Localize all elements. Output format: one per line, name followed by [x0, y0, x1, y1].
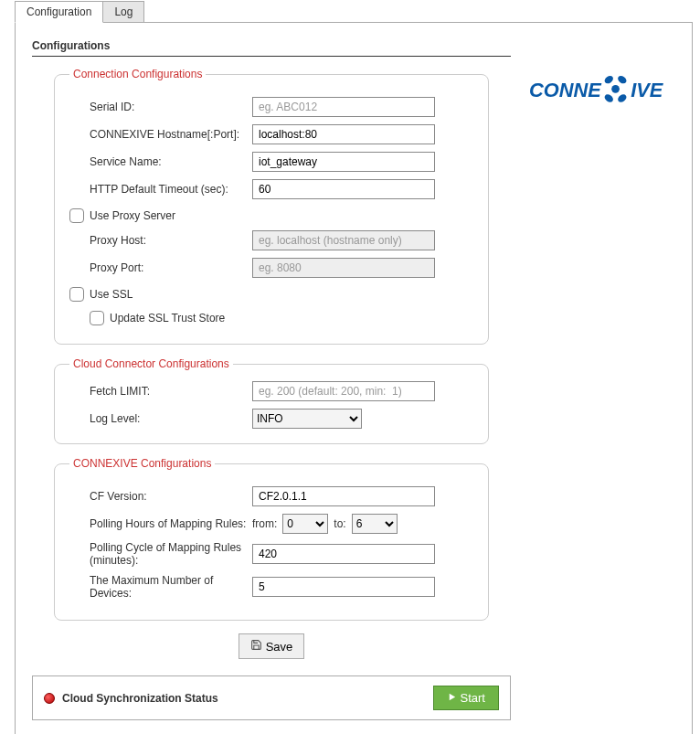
hostname-input[interactable] [252, 124, 435, 144]
use-ssl-label: Use SSL [90, 288, 133, 301]
sync-status-label: Cloud Synchronization Status [62, 692, 218, 705]
cloud-connector-group: Cloud Connector Configurations Fetch LIM… [54, 357, 489, 444]
tab-configuration[interactable]: Configuration [15, 1, 103, 23]
cf-version-label: CF Version: [69, 490, 252, 503]
fetch-limit-input[interactable] [252, 381, 435, 401]
svg-point-5 [617, 93, 629, 104]
fetch-limit-label: Fetch LIMIT: [69, 385, 252, 398]
proxy-port-input [252, 258, 435, 278]
polling-hours-label: Polling Hours of Mapping Rules: [69, 517, 252, 530]
timeout-label: HTTP Default Timeout (sec): [69, 183, 252, 196]
polling-cycle-label: Polling Cycle of Mapping Rules (minutes)… [69, 541, 252, 567]
connection-legend: Connection Configurations [69, 68, 206, 80]
update-trust-store-checkbox[interactable] [90, 311, 104, 325]
polling-to-label: to: [334, 517, 345, 530]
cloud-connector-legend: Cloud Connector Configurations [69, 357, 233, 370]
log-level-select[interactable]: INFO [252, 409, 362, 429]
tab-log[interactable]: Log [103, 1, 144, 23]
polling-cycle-input[interactable] [252, 544, 435, 564]
save-button[interactable]: Save [239, 633, 305, 659]
svg-point-6 [611, 85, 620, 93]
sync-status-box: Cloud Synchronization Status Start [32, 675, 511, 720]
tab-log-label: Log [114, 5, 133, 18]
save-icon [250, 639, 262, 654]
connexive-logo: CONNE IVE [529, 65, 675, 720]
panel-title: Configurations [32, 39, 511, 57]
svg-point-3 [617, 74, 629, 85]
proxy-host-label: Proxy Host: [69, 234, 252, 247]
polling-from-select[interactable]: 0 [282, 514, 328, 534]
service-name-input[interactable] [252, 152, 435, 172]
svg-text:IVE: IVE [631, 79, 664, 101]
play-icon [447, 691, 457, 705]
serial-id-label: Serial ID: [69, 101, 252, 113]
timeout-input[interactable] [252, 179, 435, 199]
update-trust-store-label: Update SSL Trust Store [110, 312, 225, 324]
max-devices-label: The Maximum Number of Devices: [69, 574, 252, 600]
svg-marker-0 [449, 694, 454, 700]
polling-from-label: from: [252, 517, 277, 530]
status-indicator-icon [44, 693, 55, 704]
proxy-port-label: Proxy Port: [69, 261, 252, 274]
use-proxy-label: Use Proxy Server [90, 209, 175, 222]
polling-to-select[interactable]: 6 [352, 514, 398, 534]
svg-point-2 [603, 74, 615, 85]
log-level-label: Log Level: [69, 412, 252, 425]
cf-version-input[interactable] [252, 486, 435, 506]
connexive-legend: CONNEXIVE Configurations [69, 457, 215, 470]
serial-id-input[interactable] [252, 97, 435, 117]
start-button-label: Start [461, 691, 485, 705]
svg-text:CONNE: CONNE [529, 79, 602, 101]
proxy-host-input [252, 230, 435, 250]
tab-configuration-label: Configuration [27, 5, 91, 18]
use-proxy-checkbox[interactable] [69, 208, 84, 223]
service-name-label: Service Name: [69, 155, 252, 168]
save-button-label: Save [266, 640, 293, 654]
svg-point-4 [603, 93, 615, 104]
connection-configurations-group: Connection Configurations Serial ID: CON… [54, 68, 489, 345]
connexive-group: CONNEXIVE Configurations CF Version: Pol… [54, 457, 489, 621]
hostname-label: CONNEXIVE Hostname[:Port]: [69, 128, 252, 141]
max-devices-input[interactable] [252, 577, 435, 597]
main-panel: Configurations Connection Configurations… [15, 22, 693, 734]
use-ssl-checkbox[interactable] [69, 287, 84, 302]
start-button[interactable]: Start [433, 686, 499, 710]
